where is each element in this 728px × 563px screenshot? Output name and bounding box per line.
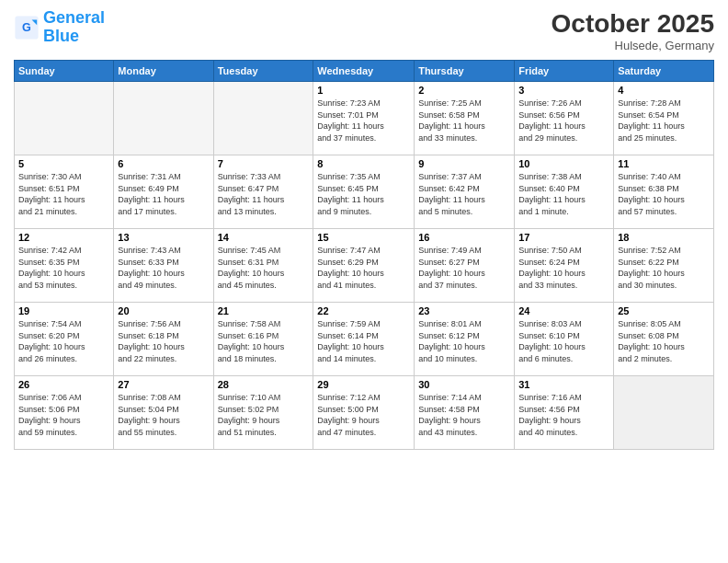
- table-row: [213, 82, 313, 155]
- table-row: [614, 376, 714, 450]
- day-number: 5: [18, 158, 109, 169]
- calendar-week-row: 5Sunrise: 7:30 AM Sunset: 6:51 PM Daylig…: [15, 155, 714, 229]
- logo-icon: G: [14, 15, 40, 40]
- table-row: 22Sunrise: 7:59 AM Sunset: 6:14 PM Dayli…: [313, 303, 415, 376]
- calendar-week-row: 12Sunrise: 7:42 AM Sunset: 6:35 PM Dayli…: [15, 229, 714, 303]
- table-row: 4Sunrise: 7:28 AM Sunset: 6:54 PM Daylig…: [614, 82, 714, 155]
- day-number: 21: [218, 305, 310, 316]
- table-row: 23Sunrise: 8:01 AM Sunset: 6:12 PM Dayli…: [415, 303, 515, 376]
- header-wednesday: Wednesday: [313, 61, 415, 82]
- calendar-week-row: 26Sunrise: 7:06 AM Sunset: 5:06 PM Dayli…: [15, 376, 714, 450]
- table-row: 9Sunrise: 7:37 AM Sunset: 6:42 PM Daylig…: [415, 155, 515, 229]
- day-info: Sunrise: 7:26 AM Sunset: 6:56 PM Dayligh…: [518, 98, 609, 144]
- day-info: Sunrise: 7:58 AM Sunset: 6:16 PM Dayligh…: [218, 318, 310, 364]
- title-area: October 2025 Hulsede, Germany: [552, 9, 714, 52]
- table-row: 5Sunrise: 7:30 AM Sunset: 6:51 PM Daylig…: [15, 155, 114, 229]
- table-row: 2Sunrise: 7:25 AM Sunset: 6:58 PM Daylig…: [415, 82, 515, 155]
- day-info: Sunrise: 7:49 AM Sunset: 6:27 PM Dayligh…: [418, 245, 510, 291]
- day-number: 9: [418, 158, 510, 169]
- day-info: Sunrise: 7:54 AM Sunset: 6:20 PM Dayligh…: [18, 318, 109, 364]
- header-monday: Monday: [114, 61, 213, 82]
- table-row: 28Sunrise: 7:10 AM Sunset: 5:02 PM Dayli…: [213, 376, 313, 450]
- day-number: 16: [418, 232, 510, 243]
- table-row: 11Sunrise: 7:40 AM Sunset: 6:38 PM Dayli…: [614, 155, 714, 229]
- table-row: 21Sunrise: 7:58 AM Sunset: 6:16 PM Dayli…: [213, 303, 313, 376]
- table-row: 18Sunrise: 7:52 AM Sunset: 6:22 PM Dayli…: [614, 229, 714, 303]
- day-number: 20: [118, 305, 209, 316]
- day-number: 6: [118, 158, 209, 169]
- month-title: October 2025: [552, 9, 714, 39]
- day-number: 23: [418, 305, 510, 316]
- day-info: Sunrise: 7:30 AM Sunset: 6:51 PM Dayligh…: [18, 171, 109, 217]
- day-number: 8: [317, 158, 410, 169]
- day-number: 27: [118, 379, 209, 390]
- day-info: Sunrise: 7:47 AM Sunset: 6:29 PM Dayligh…: [317, 245, 410, 291]
- day-info: Sunrise: 7:16 AM Sunset: 4:56 PM Dayligh…: [518, 392, 609, 438]
- day-info: Sunrise: 7:59 AM Sunset: 6:14 PM Dayligh…: [317, 318, 410, 364]
- table-row: 6Sunrise: 7:31 AM Sunset: 6:49 PM Daylig…: [114, 155, 213, 229]
- day-info: Sunrise: 7:08 AM Sunset: 5:04 PM Dayligh…: [118, 392, 209, 438]
- table-row: 14Sunrise: 7:45 AM Sunset: 6:31 PM Dayli…: [213, 229, 313, 303]
- table-row: 29Sunrise: 7:12 AM Sunset: 5:00 PM Dayli…: [313, 376, 415, 450]
- day-info: Sunrise: 8:05 AM Sunset: 6:08 PM Dayligh…: [618, 318, 710, 364]
- day-info: Sunrise: 8:03 AM Sunset: 6:10 PM Dayligh…: [518, 318, 609, 364]
- day-info: Sunrise: 7:40 AM Sunset: 6:38 PM Dayligh…: [618, 171, 710, 217]
- table-row: 27Sunrise: 7:08 AM Sunset: 5:04 PM Dayli…: [114, 376, 213, 450]
- day-number: 12: [18, 232, 109, 243]
- page: G General Blue October 2025 Hulsede, Ger…: [0, 0, 728, 563]
- day-number: 2: [418, 85, 510, 96]
- day-number: 22: [317, 305, 410, 316]
- day-info: Sunrise: 7:25 AM Sunset: 6:58 PM Dayligh…: [418, 98, 510, 144]
- table-row: 19Sunrise: 7:54 AM Sunset: 6:20 PM Dayli…: [15, 303, 114, 376]
- calendar-week-row: 1Sunrise: 7:23 AM Sunset: 7:01 PM Daylig…: [15, 82, 714, 155]
- day-info: Sunrise: 7:50 AM Sunset: 6:24 PM Dayligh…: [518, 245, 609, 291]
- day-number: 30: [418, 379, 510, 390]
- day-number: 4: [618, 85, 710, 96]
- day-info: Sunrise: 7:06 AM Sunset: 5:06 PM Dayligh…: [18, 392, 109, 438]
- day-number: 14: [218, 232, 310, 243]
- day-info: Sunrise: 7:45 AM Sunset: 6:31 PM Dayligh…: [218, 245, 310, 291]
- day-number: 25: [618, 305, 710, 316]
- table-row: 13Sunrise: 7:43 AM Sunset: 6:33 PM Dayli…: [114, 229, 213, 303]
- day-info: Sunrise: 8:01 AM Sunset: 6:12 PM Dayligh…: [418, 318, 510, 364]
- table-row: 1Sunrise: 7:23 AM Sunset: 7:01 PM Daylig…: [313, 82, 415, 155]
- table-row: 24Sunrise: 8:03 AM Sunset: 6:10 PM Dayli…: [515, 303, 614, 376]
- day-info: Sunrise: 7:23 AM Sunset: 7:01 PM Dayligh…: [317, 98, 410, 144]
- location: Hulsede, Germany: [552, 39, 714, 52]
- day-number: 19: [18, 305, 109, 316]
- day-info: Sunrise: 7:12 AM Sunset: 5:00 PM Dayligh…: [317, 392, 410, 438]
- table-row: 31Sunrise: 7:16 AM Sunset: 4:56 PM Dayli…: [515, 376, 614, 450]
- day-number: 17: [518, 232, 609, 243]
- table-row: 8Sunrise: 7:35 AM Sunset: 6:45 PM Daylig…: [313, 155, 415, 229]
- header-tuesday: Tuesday: [213, 61, 313, 82]
- table-row: 10Sunrise: 7:38 AM Sunset: 6:40 PM Dayli…: [515, 155, 614, 229]
- day-number: 28: [218, 379, 310, 390]
- header-sunday: Sunday: [15, 61, 114, 82]
- day-info: Sunrise: 7:10 AM Sunset: 5:02 PM Dayligh…: [218, 392, 310, 438]
- logo-line1: General: [43, 8, 105, 27]
- day-number: 29: [317, 379, 410, 390]
- day-info: Sunrise: 7:31 AM Sunset: 6:49 PM Dayligh…: [118, 171, 209, 217]
- table-row: 15Sunrise: 7:47 AM Sunset: 6:29 PM Dayli…: [313, 229, 415, 303]
- day-info: Sunrise: 7:38 AM Sunset: 6:40 PM Dayligh…: [518, 171, 609, 217]
- day-info: Sunrise: 7:52 AM Sunset: 6:22 PM Dayligh…: [618, 245, 710, 291]
- day-number: 31: [518, 379, 609, 390]
- logo: G General Blue: [14, 9, 105, 46]
- day-number: 1: [317, 85, 410, 96]
- logo-line2: Blue: [43, 27, 79, 45]
- svg-text:G: G: [22, 21, 31, 34]
- day-number: 13: [118, 232, 209, 243]
- header-thursday: Thursday: [415, 61, 515, 82]
- table-row: [114, 82, 213, 155]
- table-row: 7Sunrise: 7:33 AM Sunset: 6:47 PM Daylig…: [213, 155, 313, 229]
- table-row: 3Sunrise: 7:26 AM Sunset: 6:56 PM Daylig…: [515, 82, 614, 155]
- day-number: 18: [618, 232, 710, 243]
- header-saturday: Saturday: [614, 61, 714, 82]
- day-info: Sunrise: 7:42 AM Sunset: 6:35 PM Dayligh…: [18, 245, 109, 291]
- day-info: Sunrise: 7:33 AM Sunset: 6:47 PM Dayligh…: [218, 171, 310, 217]
- calendar-header-row: Sunday Monday Tuesday Wednesday Thursday…: [15, 61, 714, 82]
- day-info: Sunrise: 7:28 AM Sunset: 6:54 PM Dayligh…: [618, 98, 710, 144]
- logo-text: General Blue: [43, 9, 105, 46]
- table-row: 16Sunrise: 7:49 AM Sunset: 6:27 PM Dayli…: [415, 229, 515, 303]
- day-number: 7: [218, 158, 310, 169]
